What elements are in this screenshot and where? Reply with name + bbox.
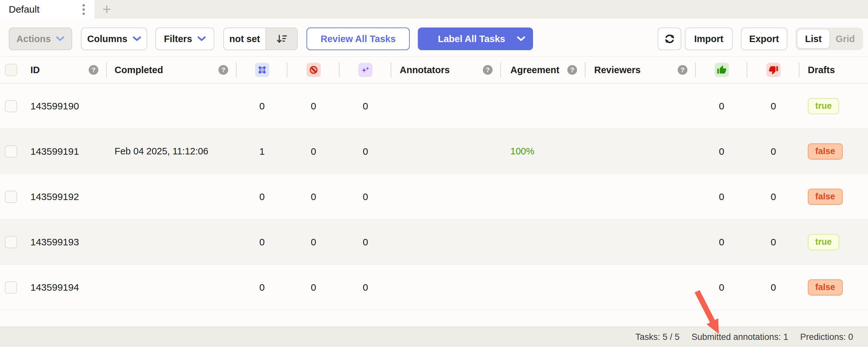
table-row[interactable]: 143599194 0 0 0 [0, 265, 868, 310]
column-header-cancelled[interactable] [287, 57, 340, 83]
add-tab-button[interactable]: + [99, 0, 115, 18]
predictions-count-cell: 0 [340, 265, 391, 310]
tasks-count: Tasks: 5 / 5 [635, 332, 680, 342]
reviews-accepted-cell: 0 [696, 129, 747, 174]
tab-strip: + [94, 0, 868, 19]
chevron-down-icon [133, 36, 141, 41]
agreement-cell [501, 219, 586, 264]
draft-badge: false [808, 144, 843, 160]
reviews-rejected-cell: 0 [747, 84, 799, 128]
column-header-reviews-rejected[interactable] [747, 57, 799, 83]
review-all-tasks-button[interactable]: Review All Tasks [307, 28, 410, 50]
column-header-agreement[interactable]: Agreement ? [501, 57, 586, 83]
help-icon[interactable]: ? [678, 65, 687, 75]
tab-menu-kebab-icon[interactable] [79, 2, 88, 17]
annotators-cell [391, 84, 501, 128]
label-all-tasks-label: Label All Tasks [438, 34, 505, 44]
column-header-reviewers[interactable]: Reviewers ? [586, 57, 696, 83]
predictions-count-cell: 0 [340, 174, 391, 219]
column-header-annotations[interactable] [237, 57, 287, 83]
bounding-box-icon [255, 63, 269, 77]
completed-cell: Feb 04 2025, 11:12:06 [107, 129, 237, 174]
filters-button[interactable]: Filters [155, 28, 214, 50]
row-select-cell [0, 84, 26, 128]
chevron-down-icon[interactable] [517, 36, 525, 41]
import-button[interactable]: Import [685, 28, 733, 50]
reviews-rejected-cell: 0 [747, 129, 799, 174]
column-header-id[interactable]: ID ? [26, 57, 107, 83]
task-id-cell: 143599193 [26, 219, 107, 264]
review-all-tasks-label: Review All Tasks [320, 34, 396, 44]
row-select-cell [0, 265, 26, 310]
table-row[interactable]: 143599191 Feb 04 2025, 11:12:06 1 0 0 [0, 129, 868, 174]
reviews-accepted-cell: 0 [696, 174, 747, 219]
column-header-reviews-accepted[interactable] [696, 57, 747, 83]
row-select-cell [0, 174, 26, 219]
row-checkbox[interactable] [5, 100, 17, 112]
agreement-cell [501, 174, 586, 219]
import-label: Import [694, 34, 723, 44]
select-all-checkbox[interactable] [5, 64, 17, 76]
column-header-completed[interactable]: Completed ? [107, 57, 237, 83]
grid-view-button[interactable]: Grid [830, 29, 862, 48]
drafts-cell: false [799, 174, 868, 219]
annotator-avatar[interactable] [397, 140, 419, 162]
refresh-button[interactable] [658, 28, 681, 50]
annotations-count-cell: 0 [237, 84, 287, 128]
agreement-cell: 100% [501, 129, 586, 174]
row-checkbox[interactable] [5, 191, 17, 203]
row-checkbox[interactable] [5, 236, 17, 248]
draft-badge: true [808, 234, 839, 250]
chevron-down-icon [56, 36, 64, 41]
actions-label: Actions [17, 34, 51, 44]
help-icon[interactable]: ? [567, 65, 577, 75]
help-icon[interactable]: ? [89, 65, 98, 75]
ordering-control[interactable]: not set [223, 28, 298, 50]
drafts-cell: true [799, 219, 868, 264]
select-all-cell [0, 57, 26, 83]
label-all-tasks-button[interactable]: Label All Tasks [418, 28, 533, 50]
reviewers-cell [586, 129, 696, 174]
ordering-value[interactable]: not set [224, 34, 266, 44]
annotations-count-cell: 0 [237, 265, 287, 310]
predictions-count: Predictions: 0 [800, 332, 853, 342]
reviews-accepted-cell: 0 [696, 84, 747, 128]
sort-direction-button[interactable] [266, 28, 297, 50]
help-icon[interactable]: ? [218, 65, 228, 75]
thumb-up-icon [715, 63, 729, 77]
completed-cell [107, 219, 237, 264]
table-row[interactable]: 143599190 0 0 0 [0, 84, 868, 129]
row-select-cell [0, 219, 26, 264]
table-row[interactable]: 143599192 0 0 0 [0, 174, 868, 219]
list-view-button[interactable]: List [798, 29, 830, 48]
chevron-down-icon [197, 36, 206, 41]
actions-button[interactable]: Actions [9, 28, 72, 50]
columns-label: Columns [87, 34, 127, 44]
draft-badge: true [808, 98, 839, 114]
help-icon[interactable]: ? [483, 65, 493, 75]
export-button[interactable]: Export [741, 28, 787, 50]
submitted-annotations-count: Submitted annotations: 1 [692, 332, 788, 342]
reviewers-cell [586, 219, 696, 264]
column-header-drafts[interactable]: Drafts [799, 57, 868, 83]
task-id-cell: 143599190 [26, 84, 107, 128]
annotators-cell [391, 174, 501, 219]
column-header-annotators[interactable]: Annotators ? [391, 57, 501, 83]
reviews-rejected-cell: 0 [747, 174, 799, 219]
annotators-cell [391, 219, 501, 264]
cancelled-count-cell: 0 [287, 84, 340, 128]
completed-cell [107, 84, 237, 128]
reviews-rejected-cell: 0 [747, 265, 799, 310]
tab-bar: Default + [0, 0, 868, 19]
cancelled-count-cell: 0 [287, 265, 340, 310]
reviewers-cell [586, 84, 696, 128]
row-checkbox[interactable] [5, 281, 17, 293]
refresh-icon [663, 32, 676, 45]
column-header-predictions[interactable] [340, 57, 391, 83]
row-checkbox[interactable] [5, 145, 17, 158]
table-header: ID ? Completed ? [0, 56, 868, 84]
table-row[interactable]: 143599193 0 0 0 [0, 219, 868, 265]
task-id-cell: 143599191 [26, 129, 107, 174]
columns-button[interactable]: Columns [81, 28, 147, 50]
reviews-rejected-cell: 0 [747, 219, 799, 264]
